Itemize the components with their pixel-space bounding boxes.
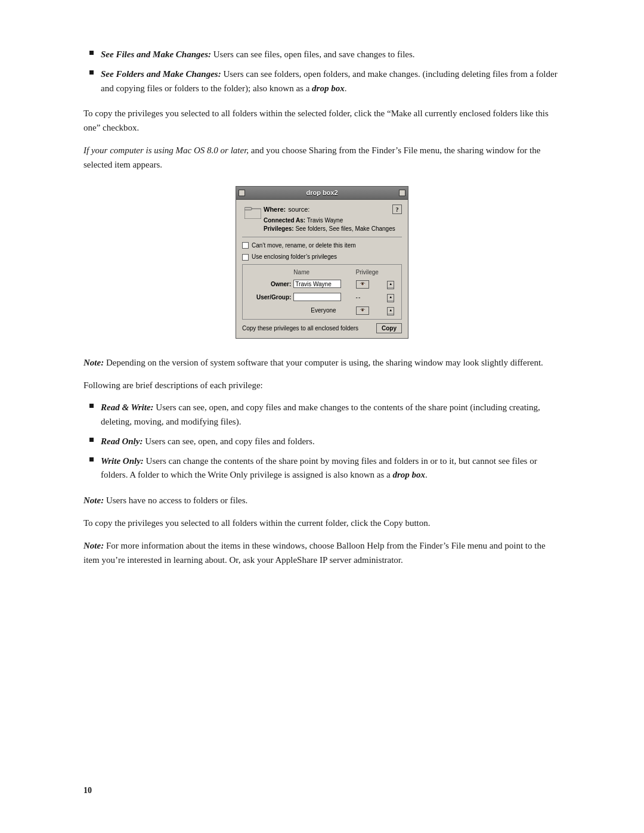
everyone-row: Everyone 👁️ ▲ ▼ bbox=[246, 304, 398, 317]
bullet-icon bbox=[89, 51, 94, 55]
dialog-info: Where: source: ? Connected As: Travis Wa… bbox=[264, 205, 402, 233]
copy-text: Copy these privileges to all enclosed fo… bbox=[242, 324, 358, 333]
owner-priv-cell: 👁️ bbox=[355, 277, 386, 290]
svg-rect-1 bbox=[244, 208, 252, 210]
bullet-icon bbox=[89, 404, 94, 408]
checkbox-row-2: Use enclosing folder’s privileges bbox=[242, 252, 402, 262]
usergroup-dashes: -- bbox=[356, 294, 361, 301]
ro-normal: Users can see, open, and copy files and … bbox=[143, 436, 314, 446]
col-stepper-header bbox=[386, 267, 398, 278]
cant-move-label: Can’t move, rename, or delete this item bbox=[252, 241, 356, 250]
dialog-title: drop box2 bbox=[245, 188, 399, 198]
owner-priv-icon: 👁️ bbox=[356, 280, 369, 289]
para-copy-privileges: To copy the privileges you selected to a… bbox=[83, 106, 561, 135]
bullet1-normal: Users can see files, open files, and sav… bbox=[211, 49, 415, 59]
privileges-group-box: Name Privilege Owner: 👁️ bbox=[242, 264, 402, 320]
stepper-up[interactable]: ▲ bbox=[388, 308, 394, 314]
bottom-bullet-list: Read & Write: Users can see, open, and c… bbox=[83, 401, 561, 482]
cant-move-checkbox[interactable] bbox=[242, 242, 249, 249]
list-item: Read Only: Users can see, open, and copy… bbox=[83, 435, 561, 448]
connected-as-value: Travis Wayne bbox=[307, 217, 343, 224]
folder-icon-area bbox=[242, 205, 264, 219]
privileges-value: See folders, See files, Make Changes bbox=[295, 225, 395, 232]
priv-header-row: Name Privilege bbox=[246, 267, 398, 278]
bullet1-bold: See Files and Make Changes: bbox=[101, 49, 211, 59]
stepper-up[interactable]: ▲ bbox=[388, 281, 394, 287]
dialog-body: Where: source: ? Connected As: Travis Wa… bbox=[236, 200, 408, 339]
dialog-window: drop box2 Where: source: bbox=[236, 186, 408, 339]
usergroup-row: User/Group: -- ▲ ▼ bbox=[246, 290, 398, 304]
everyone-label-cell: Everyone bbox=[292, 304, 354, 317]
usergroup-name-cell bbox=[292, 290, 354, 304]
note3-label: Note: bbox=[83, 541, 104, 550]
usergroup-name-input[interactable] bbox=[293, 293, 341, 301]
dialog-titlebar: drop box2 bbox=[236, 187, 408, 200]
wo-bold: Write Only: bbox=[101, 456, 144, 466]
wo-dropbox: drop box bbox=[392, 470, 425, 479]
stepper-up[interactable]: ▲ bbox=[388, 295, 394, 301]
connected-as-label: Connected As: bbox=[264, 217, 305, 224]
dialog-zoom-button[interactable] bbox=[399, 190, 405, 196]
help-button[interactable]: ? bbox=[392, 205, 402, 214]
folder-icon bbox=[244, 206, 261, 219]
rw-normal: Users can see, open, and copy files and … bbox=[101, 402, 540, 426]
owner-row: Owner: 👁️ ▲ ▼ bbox=[246, 277, 398, 290]
page-content: See Files and Make Changes: Users can se… bbox=[83, 48, 561, 567]
copy-button[interactable]: Copy bbox=[376, 323, 402, 333]
usergroup-stepper-cell: ▲ ▼ bbox=[386, 290, 398, 304]
privileges-table: Name Privilege Owner: 👁️ bbox=[246, 267, 398, 317]
bottom-bullet-2: Read Only: Users can see, open, and copy… bbox=[101, 435, 561, 448]
note2-text: Users have no access to folders or files… bbox=[104, 496, 247, 505]
privileges-label: Privileges: bbox=[264, 225, 294, 232]
bottom-bullet-1: Read & Write: Users can see, open, and c… bbox=[101, 401, 561, 429]
para-following: Following are brief descriptions of each… bbox=[83, 378, 561, 392]
note1-label: Note: bbox=[83, 358, 104, 367]
rw-bold: Read & Write: bbox=[101, 402, 154, 412]
dialog-close-button[interactable] bbox=[239, 190, 245, 196]
everyone-empty-label bbox=[246, 304, 292, 317]
top-bullet-list: See Files and Make Changes: Users can se… bbox=[83, 48, 561, 95]
copy-row: Copy these privileges to all enclosed fo… bbox=[242, 323, 402, 333]
owner-label: Owner: bbox=[246, 277, 292, 290]
bullet2-bold: See Folders and Make Changes: bbox=[101, 69, 221, 79]
owner-stepper[interactable]: ▲ ▼ bbox=[387, 281, 394, 289]
para-macos-italic: If your computer is using Mac OS 8.0 or … bbox=[83, 145, 249, 155]
list-item: See Files and Make Changes: Users can se… bbox=[83, 48, 561, 61]
where-label: Where: bbox=[264, 205, 286, 215]
para-copy-btn: To copy the privileges you selected to a… bbox=[83, 516, 561, 530]
stepper-down[interactable]: ▼ bbox=[388, 314, 394, 316]
owner-stepper-cell: ▲ ▼ bbox=[386, 277, 398, 290]
ro-bold: Read Only: bbox=[101, 436, 143, 446]
bottom-bullet-3: Write Only: Users can change the content… bbox=[101, 454, 561, 482]
bullet-icon bbox=[89, 457, 94, 462]
connected-as-area: Connected As: Travis Wayne Privileges: S… bbox=[264, 216, 402, 233]
stepper-down[interactable]: ▼ bbox=[388, 301, 394, 303]
everyone-stepper-cell: ▲ ▼ bbox=[386, 304, 398, 317]
owner-name-input[interactable] bbox=[293, 280, 341, 288]
list-item: Write Only: Users can change the content… bbox=[83, 454, 561, 482]
note1-text: Depending on the version of system softw… bbox=[104, 358, 543, 367]
usergroup-stepper[interactable]: ▲ ▼ bbox=[387, 294, 394, 302]
stepper-down[interactable]: ▼ bbox=[388, 288, 394, 290]
header-empty bbox=[246, 267, 292, 278]
use-enclosing-label: Use enclosing folder’s privileges bbox=[252, 252, 337, 262]
col-privilege-header: Privilege bbox=[355, 267, 386, 278]
everyone-stepper[interactable]: ▲ ▼ bbox=[387, 307, 394, 315]
note3-para: Note: For more information about the ite… bbox=[83, 538, 561, 567]
list-item: Read & Write: Users can see, open, and c… bbox=[83, 401, 561, 429]
usergroup-priv-cell: -- bbox=[355, 290, 386, 304]
bullet-icon bbox=[89, 70, 94, 75]
dialog-container: drop box2 Where: source: bbox=[83, 186, 561, 339]
para-macos: If your computer is using Mac OS 8.0 or … bbox=[83, 143, 561, 172]
use-enclosing-checkbox[interactable] bbox=[242, 254, 249, 261]
everyone-label: Everyone bbox=[311, 307, 336, 314]
note2-label: Note: bbox=[83, 496, 104, 505]
bullet2-end: . bbox=[345, 83, 347, 93]
col-name-header: Name bbox=[292, 267, 354, 278]
bullet-text-1: See Files and Make Changes: Users can se… bbox=[101, 48, 561, 61]
usergroup-label: User/Group: bbox=[246, 290, 292, 304]
svg-rect-0 bbox=[244, 209, 261, 219]
checkbox-row-1: Can’t move, rename, or delete this item bbox=[242, 241, 402, 250]
list-item: See Folders and Make Changes: Users can … bbox=[83, 67, 561, 95]
dialog-divider-1 bbox=[242, 237, 402, 237]
